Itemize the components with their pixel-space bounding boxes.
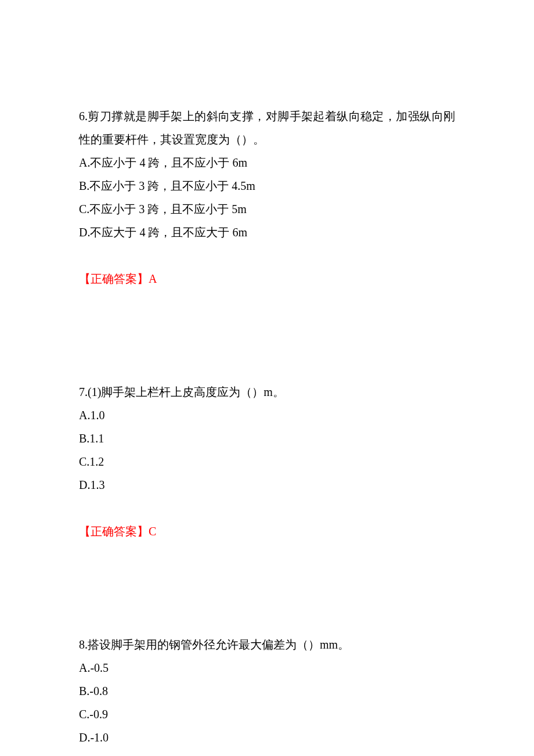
question-6: 6.剪刀撑就是脚手架上的斜向支撑，对脚手架起着纵向稳定，加强纵向刚性的重要杆件，… — [79, 105, 455, 290]
question-8: 8.搭设脚手架用的钢管外径允许最大偏差为（）mm。 A.-0.5 B.-0.8 … — [79, 633, 455, 749]
spacer — [79, 578, 455, 633]
correct-answer: 【正确答案】A — [79, 267, 455, 290]
option-b: B.1.1 — [79, 427, 455, 450]
correct-answer: 【正确答案】C — [79, 520, 455, 543]
question-7: 7.(1)脚手架上栏杆上皮高度应为（）m。 A.1.0 B.1.1 C.1.2 … — [79, 380, 455, 543]
document-page: 6.剪刀撑就是脚手架上的斜向支撑，对脚手架起着纵向稳定，加强纵向刚性的重要杆件，… — [0, 0, 534, 749]
option-a: A.不应小于 4 跨，且不应小于 6m — [79, 151, 455, 174]
option-c: C.不应小于 3 跨，且不应小于 5m — [79, 197, 455, 221]
question-stem: 6.剪刀撑就是脚手架上的斜向支撑，对脚手架起着纵向稳定，加强纵向刚性的重要杆件，… — [79, 105, 455, 151]
option-d: D.不应大于 4 跨，且不应大于 6m — [79, 221, 455, 244]
option-d: D.-1.0 — [79, 726, 455, 749]
question-stem: 7.(1)脚手架上栏杆上皮高度应为（）m。 — [79, 380, 455, 404]
option-c: C.-0.9 — [79, 703, 455, 726]
option-b: B.-0.8 — [79, 679, 455, 703]
question-options: A.1.0 B.1.1 C.1.2 D.1.3 — [79, 404, 455, 496]
option-d: D.1.3 — [79, 473, 455, 496]
question-stem: 8.搭设脚手架用的钢管外径允许最大偏差为（）mm。 — [79, 633, 455, 656]
option-b: B.不应小于 3 跨，且不应小于 4.5m — [79, 174, 455, 197]
option-c: C.1.2 — [79, 450, 455, 473]
option-a: A.1.0 — [79, 404, 455, 427]
option-a: A.-0.5 — [79, 656, 455, 679]
spacer — [79, 325, 455, 380]
question-options: A.-0.5 B.-0.8 C.-0.9 D.-1.0 — [79, 656, 455, 749]
question-options: A.不应小于 4 跨，且不应小于 6m B.不应小于 3 跨，且不应小于 4.5… — [79, 151, 455, 244]
